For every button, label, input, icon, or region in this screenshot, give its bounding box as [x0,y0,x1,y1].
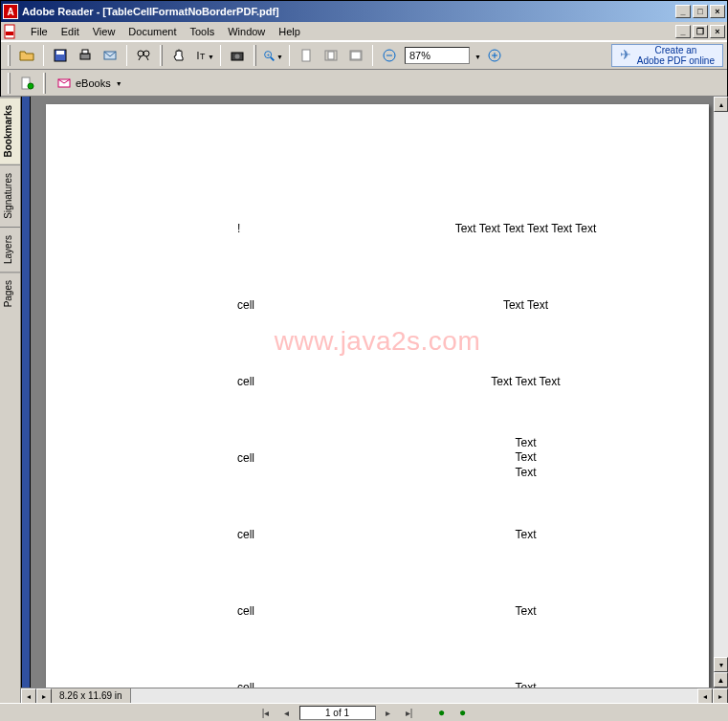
table-cell: ! [237,222,371,235]
table-cell: cell [237,298,371,312]
menu-view[interactable]: View [86,24,122,39]
vertical-scrollbar[interactable]: ▴ ▾ ▲ ▼ [713,97,728,703]
toolbar-grip[interactable] [254,45,256,66]
table-cell: TextTextText [371,436,680,481]
window-title: Adobe Reader - [TableCellFormatNoBorderP… [22,6,675,17]
toolbar-grip[interactable] [160,45,163,66]
svg-point-29 [28,83,33,89]
actual-size-button[interactable] [295,44,318,67]
status-bar: |◂ ◂ 1 of 1 ▸ ▸| ● ● [0,703,728,721]
create-pdf-ad[interactable]: ✈ Create anAdobe PDF online [611,44,723,67]
table-cell: Text [371,604,680,618]
snapshot-button[interactable] [226,44,249,67]
scroll-down-button[interactable]: ▾ [714,657,728,672]
nav-strip[interactable] [21,97,31,703]
svg-line-9 [139,56,141,60]
table-cell: cell [237,375,371,388]
zoom-in-button[interactable]: +▼ [261,44,284,67]
first-page-button[interactable]: |◂ [257,705,275,720]
hand-tool-button[interactable] [167,44,190,67]
tab-bookmarks[interactable]: Bookmarks [0,97,20,164]
menu-window[interactable]: Window [221,24,272,39]
ebooks-label: eBooks [76,77,111,89]
toolbar-grip[interactable] [8,45,11,66]
window-titlebar: A Adobe Reader - [TableCellFormatNoBorde… [1,1,727,22]
zoom-dropdown[interactable]: ▼ [474,54,481,60]
fit-width-button[interactable] [344,44,367,67]
zoom-out-button[interactable] [378,44,401,67]
zoom-plus-button[interactable] [483,44,506,67]
scroll-up-button[interactable]: ▴ [714,97,728,112]
zoom-input[interactable]: 87% [405,47,470,64]
hscroll-right-button[interactable]: ▸ [713,688,728,704]
scroll-right-button[interactable]: ▸ [36,688,52,704]
svg-line-16 [271,57,275,61]
table-cell: cell [237,528,371,541]
menu-file[interactable]: File [24,24,55,39]
main-toolbar: IT▼ +▼ 87% ▼ ✈ Create anAdobe PDF online [1,41,727,70]
svg-text:I: I [197,50,200,61]
pdf-doc-icon [3,24,18,39]
table-cell: Text Text [371,298,680,312]
tab-layers[interactable]: Layers [0,227,20,272]
page-up-button[interactable]: ▲ [714,672,728,688]
print-button[interactable] [74,44,97,67]
toolbar-grip[interactable] [43,73,46,94]
menu-edit[interactable]: Edit [55,24,86,39]
next-page-button[interactable]: ▸ [380,705,397,720]
svg-point-7 [138,51,143,56]
table-cell: cell [237,604,371,618]
svg-rect-4 [80,54,90,59]
paper-plane-icon: ✈ [620,48,631,62]
page-dimensions: 8.26 x 11.69 in [52,688,131,703]
table-cell: Text Text Text Text Text Text [371,222,680,235]
menu-bar: File Edit View Document Tools Window Hel… [1,22,727,41]
chevron-down-icon: ▼ [116,80,122,87]
scroll-track[interactable] [714,112,728,657]
scroll-left-button[interactable]: ◂ [21,688,36,704]
search-button[interactable] [132,44,155,67]
table-cell: Text [371,528,680,541]
tab-pages[interactable]: Pages [0,272,20,315]
page-number-field[interactable]: 1 of 1 [299,706,376,720]
svg-point-14 [235,55,240,59]
doc-restore-button[interactable]: ❐ [693,25,708,38]
tab-signatures[interactable]: Signatures [0,164,20,227]
ad-text: Create anAdobe PDF online [637,45,715,66]
menu-tools[interactable]: Tools [184,24,222,39]
doc-close-button[interactable]: × [710,25,725,38]
svg-rect-1 [6,32,13,35]
menu-help[interactable]: Help [272,24,307,39]
svg-rect-3 [56,51,64,55]
watermark: www.java2s.com [46,326,709,357]
svg-line-10 [146,56,148,60]
document-viewport[interactable]: www.java2s.com !Text Text Text Text Text… [31,97,713,703]
prev-page-button[interactable]: ◂ [278,705,296,720]
toolbar-grip[interactable] [8,73,11,94]
table-cell: Text Text Text [371,375,680,388]
menu-document[interactable]: Document [121,24,183,39]
fit-page-button[interactable] [320,44,342,67]
back-button[interactable]: ● [433,705,451,720]
close-button[interactable]: × [710,5,725,18]
svg-rect-20 [328,52,334,59]
hscroll-track[interactable] [131,688,697,703]
text-select-button[interactable]: IT▼ [192,44,215,67]
open-button[interactable] [15,44,38,67]
email-button[interactable] [99,44,121,67]
last-page-button[interactable]: ▸| [401,705,418,720]
doc-minimize-button[interactable]: _ [675,25,691,38]
forward-button[interactable]: ● [454,705,472,720]
pdf-page: www.java2s.com !Text Text Text Text Text… [46,104,709,695]
svg-point-8 [143,51,149,56]
svg-rect-18 [302,50,310,61]
review-button[interactable] [15,72,38,95]
pdf-table: !Text Text Text Text Text Text cellText … [237,190,680,703]
ebooks-button[interactable]: eBooks ▼ [51,73,128,94]
minimize-button[interactable]: _ [675,5,691,18]
hscroll-left-button[interactable]: ◂ [697,688,713,704]
table-cell: cell [237,451,371,465]
save-button[interactable] [49,44,72,67]
maximize-button[interactable]: □ [693,5,708,18]
svg-text:+: + [266,51,270,57]
